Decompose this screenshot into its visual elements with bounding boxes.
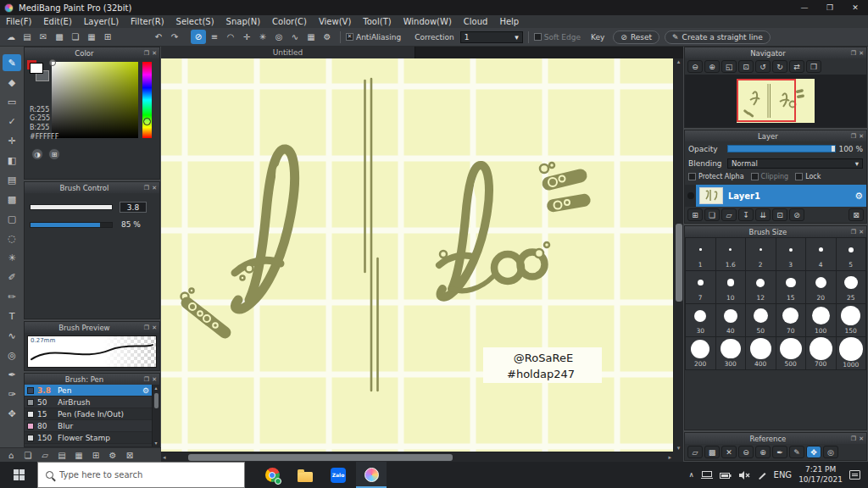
- panel-close-icon[interactable]: ✕: [152, 50, 157, 57]
- canvas[interactable]: @RoSaReE #holdap247: [161, 58, 673, 452]
- panel-float-icon[interactable]: ❐: [144, 50, 149, 57]
- brush-size-7[interactable]: 7: [686, 271, 715, 303]
- text-tool[interactable]: T: [3, 308, 21, 324]
- brush-size-1000[interactable]: 1000: [837, 337, 866, 369]
- panel-float-icon[interactable]: ❐: [144, 324, 149, 331]
- snap-radial-icon[interactable]: ✳: [255, 30, 270, 44]
- table-icon[interactable]: ⊞: [100, 30, 115, 44]
- brush-size-15[interactable]: 15: [776, 271, 806, 303]
- brush-item-flower-stamp[interactable]: 150Flower Stamp: [25, 432, 152, 444]
- open-reference-icon[interactable]: ▱: [687, 446, 703, 458]
- bucket-tool[interactable]: ▩: [3, 191, 21, 208]
- color-wheel-icon[interactable]: ◑: [31, 148, 43, 160]
- open-folder-icon[interactable]: ▱: [38, 449, 52, 461]
- horizontal-scrollbar[interactable]: ◂ ▸: [161, 452, 673, 462]
- new-layer-icon[interactable]: ⊞: [687, 208, 703, 221]
- chat-icon[interactable]: ✉: [36, 30, 51, 44]
- menu-item-layerl[interactable]: Layer(L): [78, 17, 125, 26]
- move-tool[interactable]: ✛: [3, 132, 21, 149]
- panel-float-icon[interactable]: ❐: [851, 50, 856, 57]
- saturation-value-picker[interactable]: [52, 62, 138, 138]
- clear-layer-icon[interactable]: ⊘: [789, 208, 804, 221]
- save-icon[interactable]: ▤: [55, 449, 69, 461]
- menu-item-snapn[interactable]: Snap(N): [220, 17, 266, 26]
- action-center-icon[interactable]: [849, 470, 860, 480]
- save-icon[interactable]: ▤: [19, 30, 35, 44]
- panel-float-icon[interactable]: ❐: [851, 435, 856, 442]
- magic-wand-tool[interactable]: ✳: [3, 249, 21, 266]
- scroll-thumb[interactable]: [676, 224, 682, 302]
- ref-zoom-in-icon[interactable]: ⊕: [755, 446, 771, 458]
- layer-gear-icon[interactable]: ⚙: [854, 191, 863, 202]
- gradient-tool[interactable]: ▤: [3, 171, 21, 188]
- eraser-tool[interactable]: ◆: [3, 74, 21, 91]
- scroll-thumb[interactable]: [154, 393, 159, 408]
- home-icon[interactable]: ⌂: [4, 449, 18, 461]
- panel-close-icon[interactable]: ✕: [152, 185, 157, 191]
- brush-size-5[interactable]: 5: [837, 238, 866, 270]
- taskbar-app-file-explorer[interactable]: [290, 462, 320, 488]
- clipping-checkbox[interactable]: [751, 173, 759, 180]
- image-reference-icon[interactable]: ▩: [704, 446, 720, 458]
- pen-icon[interactable]: [757, 470, 767, 480]
- brush-item-airbrush[interactable]: 50AirBrush: [25, 396, 152, 408]
- lock-checkbox[interactable]: [795, 173, 803, 180]
- scroll-up-icon[interactable]: ▴: [154, 385, 157, 391]
- brush-opacity-slider[interactable]: [30, 222, 113, 228]
- scroll-left-icon[interactable]: ◂: [163, 454, 166, 461]
- maximize-button[interactable]: ❐: [817, 0, 843, 15]
- correction-dropdown[interactable]: 1 ▾: [460, 31, 523, 43]
- snap-circle-icon[interactable]: ◎: [271, 30, 287, 44]
- blending-dropdown[interactable]: Normal ▾: [727, 158, 863, 169]
- snap-grid-icon[interactable]: ▦: [303, 30, 319, 44]
- protect-alpha-checkbox[interactable]: [688, 173, 696, 180]
- menu-item-help[interactable]: Help: [493, 17, 525, 26]
- brush-item-pen[interactable]: 3.8Pen⚙: [25, 385, 152, 396]
- soft-edge-checkbox[interactable]: [534, 33, 542, 41]
- vertical-scrollbar[interactable]: ▴ ▾: [673, 58, 683, 452]
- menu-item-filterr[interactable]: Filter(R): [125, 17, 170, 26]
- layer-settings-icon[interactable]: ⊡: [772, 208, 787, 221]
- clock[interactable]: 7:21 PM 10/17/2021: [798, 465, 843, 485]
- brush-size-700[interactable]: 700: [806, 337, 836, 369]
- brush-size-200[interactable]: 200: [686, 337, 715, 369]
- finger-tool[interactable]: ▭: [3, 93, 21, 110]
- snap-parallel-icon[interactable]: ≡: [207, 30, 222, 44]
- material-icon[interactable]: ▦: [72, 449, 86, 461]
- panel-float-icon[interactable]: ❐: [144, 185, 149, 191]
- panel-close-icon[interactable]: ✕: [859, 50, 864, 57]
- volume-muted-icon[interactable]: [738, 470, 750, 480]
- snap-cross-icon[interactable]: ✛: [239, 30, 254, 44]
- brush-size-1.6[interactable]: 1.6: [716, 238, 746, 270]
- menu-item-selects[interactable]: Select(S): [170, 17, 220, 26]
- layer-opacity-slider[interactable]: [727, 145, 836, 152]
- trash-icon[interactable]: ⊠: [123, 449, 136, 461]
- brush-size-150[interactable]: 150: [837, 304, 866, 336]
- scroll-right-icon[interactable]: ▸: [668, 454, 671, 461]
- snap-icon[interactable]: ⊞: [89, 449, 103, 461]
- eyedropper-tool[interactable]: ✒: [3, 366, 21, 383]
- scroll-down-icon[interactable]: ▾: [154, 440, 157, 446]
- search-input[interactable]: [59, 470, 236, 480]
- snap-settings-icon[interactable]: ⚙: [320, 30, 335, 44]
- minimize-button[interactable]: —: [792, 0, 817, 15]
- fill-tool[interactable]: ◧: [3, 152, 21, 169]
- touch-keyboard-icon[interactable]: [701, 470, 713, 480]
- zoom-out-icon[interactable]: ⊖: [687, 60, 703, 73]
- divide-tool[interactable]: ◎: [3, 347, 21, 363]
- rotate-right-icon[interactable]: ↻: [772, 60, 787, 73]
- actual-size-icon[interactable]: ⊡: [738, 60, 754, 73]
- brush-tool[interactable]: ✎: [3, 54, 21, 71]
- grid-icon[interactable]: ▦: [84, 30, 99, 44]
- reset-view-icon[interactable]: ❐: [806, 60, 821, 73]
- menu-item-filef[interactable]: File(F): [0, 17, 37, 26]
- panel-close-icon[interactable]: ✕: [859, 435, 864, 442]
- select-eraser-tool[interactable]: ✏: [3, 288, 21, 305]
- panel-float-icon[interactable]: ❐: [851, 133, 856, 140]
- snap-off-icon[interactable]: ⊘: [191, 30, 206, 44]
- lasso-tool[interactable]: ◌: [3, 230, 21, 247]
- brush-size-slider[interactable]: [30, 204, 113, 210]
- brush-settings-icon[interactable]: ⚙: [142, 386, 149, 395]
- ref-target-icon[interactable]: ◎: [823, 446, 838, 458]
- redo-icon[interactable]: ↷: [167, 30, 182, 44]
